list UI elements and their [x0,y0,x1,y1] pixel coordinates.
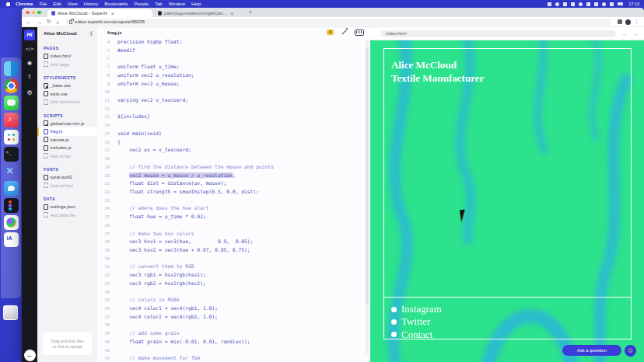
code-line[interactable]: 19 // find the distance between the mous… [97,163,370,172]
bluetooth-icon[interactable] [563,2,567,6]
gear-icon[interactable]: ⚙ [22,89,37,96]
display-icon[interactable] [548,2,551,6]
code-line[interactable]: 28 vec3 hsv1 = vec3(hue, 0.9, 0.85); [97,238,370,246]
code-line[interactable]: 16{ [97,138,370,147]
menu-item-chrome[interactable]: Chrome [16,2,33,6]
address-bar[interactable]: editor.superhi.com/projects/68205 [65,19,611,26]
dock-finder-icon[interactable] [4,61,19,76]
file-style.css[interactable]: style.css [37,90,97,99]
code-line[interactable]: 15void main(void) [97,130,370,138]
code-line[interactable]: 18 [97,155,370,163]
preview-forward-icon[interactable]: → [632,31,638,37]
link-twitter[interactable]: Twitter [391,315,442,328]
minimize-window-button[interactable] [32,11,36,15]
file-index.html[interactable]: index.html [37,52,97,61]
code-line[interactable]: 22 float strength = smoothstep(0.5, 0.0,… [97,188,370,197]
file-_base.css[interactable]: _base.css [37,82,97,90]
code-line[interactable]: 42 // make movement for fbm [97,354,370,362]
menu-item-edit[interactable]: Edit [53,2,61,6]
code-line[interactable]: 11varying vec2 v_texcoord; [97,96,370,105]
dock-messages-icon[interactable] [4,96,19,110]
code-line[interactable]: 34 [97,288,370,297]
add-stylesheet-button[interactable]: Add stylesheet [37,98,97,106]
code-line[interactable]: 27 // make two hsv colors [97,230,370,238]
code-line[interactable]: 37 vec4 color2 = vec4(rgb2, 1.0); [97,313,370,322]
home-icon[interactable]: ⌂ [56,19,59,25]
dock-terminal-icon[interactable] [4,147,19,162]
code-line[interactable]: 5#endif [97,47,370,55]
code-line[interactable]: 7uniform float u_time; [97,63,370,71]
menu-item-help[interactable]: Help [191,2,201,6]
dock-music-icon[interactable] [4,113,19,127]
wifi-icon[interactable] [602,2,606,6]
preview-url-input[interactable]: index.html [380,30,616,37]
code-line[interactable]: 33 vec3 rgb2 = hsv2rgb(hsv2); [97,280,370,288]
code-scrollbar[interactable] [366,40,369,354]
link-contact[interactable]: Contact [391,329,442,341]
forward-icon[interactable]: → [37,19,42,25]
zoom-window-button[interactable] [37,11,41,15]
code-line[interactable]: 26 [97,221,370,230]
preview-back-icon[interactable]: ← [622,31,628,37]
code-line[interactable]: 10 [97,88,370,96]
collapse-sidebar-icon[interactable]: ❮ [89,30,93,36]
code-line[interactable]: 20 vec2 mouse = u_mouse / u_resolution; [97,172,370,180]
magic-wand-icon[interactable] [341,29,348,36]
upload-font-button[interactable]: Upload font [37,182,97,190]
control-center-icon[interactable] [610,2,614,6]
code-line[interactable]: 14 [97,121,370,130]
code-line[interactable]: 30 [97,255,370,263]
tab-close-icon[interactable]: ✕ [230,11,234,16]
chat-icon[interactable] [571,2,575,6]
dock-ia-writer-icon[interactable] [4,232,19,247]
dock-chrome-icon[interactable] [4,78,19,93]
dock-x-app-icon[interactable] [4,164,19,179]
code-line[interactable]: 9uniform vec2 u_mouse; [97,80,370,89]
code-line[interactable]: 24 // where does the hue start [97,204,370,213]
menu-item-tab[interactable]: Tab [155,2,163,6]
code-line[interactable]: 8uniform vec2 u_resolution; [97,71,370,80]
back-icon[interactable]: ← [26,19,32,25]
code-line[interactable]: 36 vec4 color1 = vec4(rgb1, 1.0); [97,305,370,313]
file-canvas.js[interactable]: canvas.js [37,136,97,144]
code-line[interactable]: 6 [97,54,370,63]
add-script-button[interactable]: Add script [37,152,97,161]
superhi-logo[interactable]: Hi [24,30,35,40]
file-dropzone[interactable]: Drag and drop files or click to upload [43,332,92,355]
code-line[interactable]: 31 // convert them to RGB [97,263,370,271]
apple-icon[interactable] [6,2,10,6]
scrollbar-thumb[interactable] [366,47,369,304]
file-includes.js[interactable]: includes.js [37,144,97,152]
code-line[interactable]: 21 float dist = distance(uv, mouse); [97,179,370,188]
new-tab-button[interactable]: + [249,9,253,16]
reload-icon[interactable]: ↻ [47,19,51,25]
dock-stickers-icon[interactable] [4,215,19,230]
menu-item-window[interactable]: Window [169,2,185,6]
browser-menu-icon[interactable]: ⋮ [634,19,639,25]
profile-avatar[interactable] [625,19,631,25]
dock-figma-icon[interactable] [4,198,19,213]
keyboard-icon[interactable] [355,30,364,36]
menu-bar-clock[interactable]: 17:13 [628,2,639,6]
code-line[interactable]: 12 [97,105,370,113]
code-area[interactable]: 4precision highp float;5#endif67uniform … [97,38,370,362]
file-settings.json[interactable]: settings.json [37,203,97,211]
code-line[interactable]: 41 [97,346,370,355]
code-line[interactable]: 25 float hue = u_time * 0.02; [97,213,370,221]
battery-icon[interactable] [555,2,559,6]
code-line[interactable]: 29 vec3 hsv2 = vec3(hue + 0.07, 0.85, 0.… [97,246,370,255]
code-line[interactable]: 40 float grain = mix(-0.01, 0.01, rand(u… [97,338,370,346]
back-to-dashboard-button[interactable]: ← [24,350,36,361]
code-line[interactable]: 32 vec3 rgb1 = hsv2rgb(hsv1); [97,271,370,280]
link-instagram[interactable]: Instagram [391,303,442,315]
ask-question-button[interactable]: Ask a question [562,345,621,356]
file-frag.js[interactable]: frag.js [37,127,97,136]
code-icon[interactable]: </> [22,46,37,51]
smiley-icon[interactable]: ☺ [625,345,636,357]
extensions-icon[interactable] [618,19,622,24]
menu-item-people[interactable]: People [134,2,149,6]
file-glslcanvas.min.js[interactable]: glslcanvas.min.js [37,120,97,128]
code-line[interactable]: 23 [97,197,370,205]
code-line[interactable]: 39 // add some grain [97,329,370,338]
hint-badge-icon[interactable]: A [327,30,334,35]
